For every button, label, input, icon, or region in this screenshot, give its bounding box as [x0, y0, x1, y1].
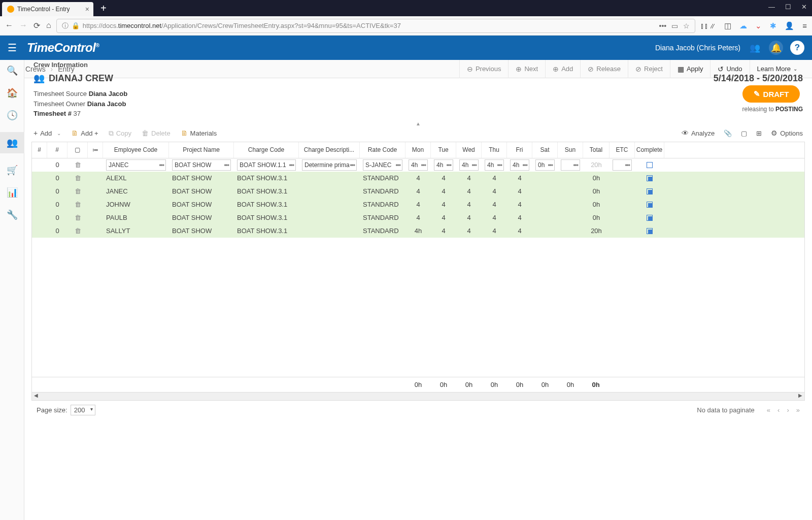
help-icon[interactable]: ?	[790, 41, 804, 55]
url-bar[interactable]: ⓘ 🔒 https://docs.timecontrol.net/Applica…	[56, 19, 696, 33]
crew-info-header: Crew Information	[29, 60, 807, 70]
search-rail-icon[interactable]: 🔍	[0, 65, 24, 76]
close-tab-icon[interactable]: ×	[85, 5, 89, 13]
sidebar-icon[interactable]: ◫	[724, 21, 731, 30]
hamburger-icon[interactable]: ☰	[8, 42, 17, 54]
url-path: /Application/Crews/CrewTimesheetEntry.as…	[161, 22, 401, 29]
content-area: Crew Information 👥 DIANAJ CREW 5/14/2018…	[24, 60, 812, 78]
minimize-icon[interactable]: —	[768, 3, 775, 11]
user-label[interactable]: Diana Jacob (Chris Peters)	[655, 44, 740, 52]
lock-icon: 🔒	[72, 22, 80, 29]
tab-title: TimeControl - Entry	[17, 6, 70, 13]
new-tab-icon[interactable]: +	[100, 3, 107, 14]
star-icon[interactable]: ☆	[683, 22, 690, 30]
more-icon[interactable]: •••	[659, 22, 667, 30]
url-prefix: https://docs.	[83, 22, 118, 29]
left-rail: 🔍 🏠 🕓 👥 🛒 📊 🔧	[0, 60, 24, 78]
close-window-icon[interactable]: ✕	[801, 3, 807, 11]
browser-nav-bar: ← → ⟳ ⌂ ⓘ 🔒 https://docs.timecontrol.net…	[0, 16, 812, 36]
favicon	[7, 6, 14, 13]
cloud-icon[interactable]: ☁	[739, 21, 747, 30]
menu-icon[interactable]: ≡	[802, 21, 807, 30]
window-controls: — ☐ ✕	[768, 3, 807, 11]
crew-title: 👥 DIANAJ CREW	[33, 73, 113, 78]
bell-icon[interactable]: 🔔	[769, 41, 783, 55]
users-icon[interactable]: 👥	[748, 41, 762, 55]
crew-title-text: DIANAJ CREW	[49, 73, 113, 79]
url-domain: timecontrol.net	[118, 22, 161, 29]
date-range: 5/14/2018 - 5/20/2018	[714, 73, 803, 79]
reader-icon[interactable]: ▭	[671, 22, 678, 30]
app-header: ☰ TimeControl® Diana Jacob (Chris Peters…	[0, 36, 812, 60]
forward-icon[interactable]: →	[19, 21, 27, 30]
account-icon[interactable]: 👤	[785, 21, 794, 30]
crew-icon: 👥	[33, 73, 45, 78]
maximize-icon[interactable]: ☐	[785, 3, 791, 11]
app-logo: TimeControl®	[27, 41, 99, 55]
library-icon[interactable]: ⫿⫿⫽	[700, 21, 716, 30]
reload-icon[interactable]: ⟳	[33, 21, 40, 30]
back-icon[interactable]: ←	[5, 21, 13, 30]
extension-icon[interactable]: ✱	[770, 21, 776, 30]
browser-tab[interactable]: TimeControl - Entry ×	[2, 2, 93, 16]
browser-tab-bar: TimeControl - Entry × + — ☐ ✕	[0, 0, 812, 16]
pocket-icon[interactable]: ⌄	[755, 21, 762, 30]
info-icon[interactable]: ⓘ	[62, 21, 69, 30]
home-icon[interactable]: ⌂	[46, 21, 51, 30]
